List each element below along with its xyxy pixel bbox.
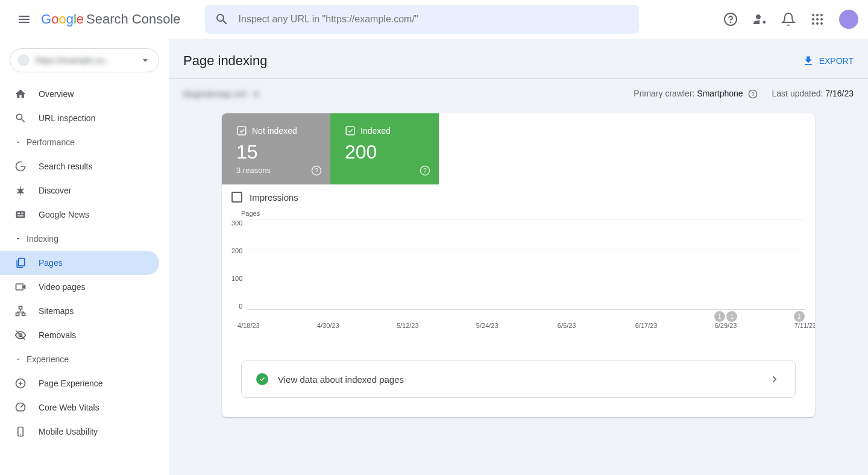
nav-label: URL inspection xyxy=(39,113,95,123)
filter-label: blog/sitemap.xml xyxy=(183,89,247,99)
chart-y-label: Pages xyxy=(241,210,805,217)
chart-x-axis: 4/18/234/30/235/12/235/24/236/5/236/17/2… xyxy=(248,322,805,332)
checkbox-unchecked-icon xyxy=(231,192,242,203)
section-label: Experience xyxy=(27,354,69,364)
section-performance[interactable]: Performance xyxy=(0,130,169,154)
not-indexed-reasons: 3 reasons xyxy=(236,166,316,175)
svg-rect-15 xyxy=(17,215,24,216)
export-label: EXPORT xyxy=(819,56,854,66)
nav-google-news[interactable]: Google News xyxy=(0,203,169,227)
svg-rect-32 xyxy=(346,127,354,136)
video-icon xyxy=(14,281,27,293)
nav-label: Pages xyxy=(39,258,63,268)
data-link-label: View data about indexed pages xyxy=(278,374,759,385)
help-icon[interactable]: ? xyxy=(420,165,430,176)
svg-rect-20 xyxy=(16,313,19,315)
filter-pill[interactable]: blog/sitemap.xml xyxy=(183,89,261,99)
nav-url-inspection[interactable]: URL inspection xyxy=(0,106,169,130)
eye-off-icon xyxy=(14,329,27,341)
notifications-button[interactable] xyxy=(776,7,800,31)
tab-indexed[interactable]: Indexed 200 ? xyxy=(330,113,439,184)
nav-removals[interactable]: Removals xyxy=(0,323,169,347)
mobile-icon xyxy=(14,426,27,438)
close-icon xyxy=(251,89,261,99)
meta-info: Primary crawler: Smartphone ? Last updat… xyxy=(634,89,854,99)
users-settings-button[interactable] xyxy=(747,7,772,31)
sidebar: https://example.co... Overview URL inspe… xyxy=(0,39,169,475)
url-search-bar[interactable] xyxy=(205,5,639,34)
search-icon xyxy=(215,12,229,27)
search-input[interactable] xyxy=(239,14,629,25)
nav-page-experience[interactable]: Page Experience xyxy=(0,371,169,395)
main-content: Page indexing EXPORT blog/sitemap.xml Pr… xyxy=(169,39,868,475)
checkbox-checked-icon xyxy=(236,125,247,136)
svg-text:?: ? xyxy=(315,167,318,174)
nav-label: Discover xyxy=(39,186,71,195)
chart-y-axis: 3002001000 xyxy=(231,219,248,310)
help-icon[interactable]: ? xyxy=(311,165,322,176)
apps-grid-icon xyxy=(810,12,825,27)
nav-label: Core Web Vitals xyxy=(39,403,99,412)
globe-plus-icon xyxy=(14,377,27,389)
export-button[interactable]: EXPORT xyxy=(802,55,854,67)
svg-rect-18 xyxy=(16,284,24,290)
property-selector[interactable]: https://example.co... xyxy=(10,48,159,72)
search-icon xyxy=(14,112,27,124)
updated-label: Last updated: xyxy=(772,89,826,98)
svg-rect-13 xyxy=(21,213,24,213)
nav-pages[interactable]: Pages xyxy=(0,251,159,275)
sub-header: blog/sitemap.xml Primary crawler: Smartp… xyxy=(169,79,868,109)
nav-video-pages[interactable]: Video pages xyxy=(0,275,169,299)
view-indexed-data-link[interactable]: View data about indexed pages xyxy=(241,360,796,398)
product-name: Search Console xyxy=(86,11,181,27)
nav-label: Google News xyxy=(39,210,89,219)
help-icon[interactable]: ? xyxy=(748,89,758,99)
indexing-card: Not indexed 15 3 reasons ? Indexed 200 ? xyxy=(222,113,815,417)
nav-label: Sitemaps xyxy=(39,306,74,316)
nav-label: Removals xyxy=(39,330,76,340)
chevron-down-icon xyxy=(14,139,22,146)
check-circle-icon xyxy=(256,373,268,385)
app-header: Google Search Console xyxy=(0,0,868,39)
svg-rect-19 xyxy=(19,307,22,309)
apps-button[interactable] xyxy=(805,7,829,31)
section-experience[interactable]: Experience xyxy=(0,347,169,371)
tab-label: Not indexed xyxy=(252,126,297,136)
nav-discover[interactable]: Discover xyxy=(0,178,169,203)
chevron-right-icon xyxy=(769,373,781,385)
impressions-toggle[interactable]: Impressions xyxy=(222,184,815,210)
svg-rect-14 xyxy=(21,213,24,214)
user-avatar[interactable] xyxy=(839,10,858,29)
nav-sitemaps[interactable]: Sitemaps xyxy=(0,299,169,323)
section-indexing[interactable]: Indexing xyxy=(0,227,169,251)
google-logo: Google xyxy=(41,11,84,27)
news-icon xyxy=(14,209,27,221)
nav-search-results[interactable]: Search results xyxy=(0,154,169,178)
nav-mobile-usability[interactable]: Mobile Usability xyxy=(0,420,169,444)
svg-rect-17 xyxy=(19,259,25,266)
svg-rect-16 xyxy=(17,216,24,217)
logo[interactable]: Google Search Console xyxy=(41,11,181,27)
nav-label: Video pages xyxy=(39,282,86,292)
updated-value: 7/16/23 xyxy=(825,89,854,98)
svg-point-8 xyxy=(812,22,814,25)
nav-overview[interactable]: Overview xyxy=(0,82,169,106)
nav-core-web-vitals[interactable]: Core Web Vitals xyxy=(0,395,169,420)
user-gear-icon xyxy=(752,12,767,27)
help-icon xyxy=(723,12,738,27)
menu-button[interactable] xyxy=(10,5,39,34)
chevron-down-icon xyxy=(14,235,22,242)
crawler-label: Primary crawler: xyxy=(634,89,697,98)
last-updated: Last updated: 7/16/23 xyxy=(772,89,854,99)
section-label: Performance xyxy=(27,137,75,147)
svg-rect-11 xyxy=(16,211,25,218)
download-icon xyxy=(802,55,814,67)
page-title: Page indexing xyxy=(183,53,267,69)
chevron-down-icon xyxy=(139,54,151,66)
help-button[interactable] xyxy=(719,7,743,31)
section-label: Indexing xyxy=(27,234,58,244)
svg-rect-12 xyxy=(17,213,20,215)
speedometer-icon xyxy=(14,401,27,414)
home-icon xyxy=(14,88,27,100)
tab-not-indexed[interactable]: Not indexed 15 3 reasons ? xyxy=(222,113,330,184)
